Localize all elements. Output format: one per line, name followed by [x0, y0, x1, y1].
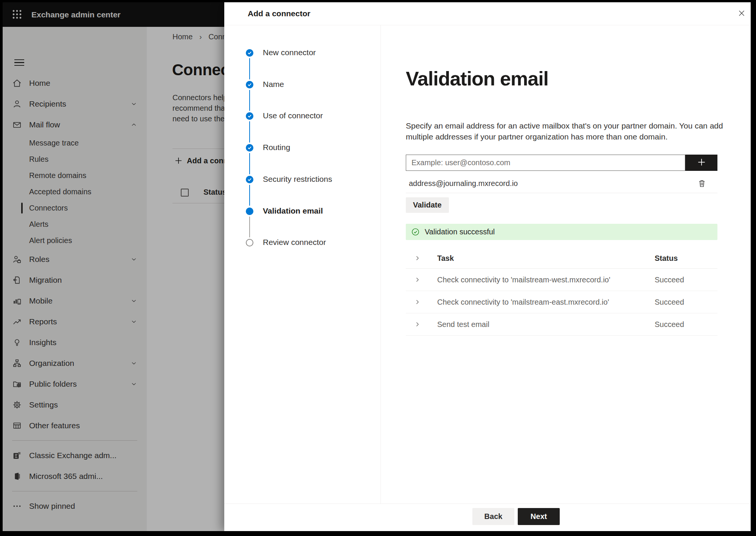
validation-email-panel: Validation email Specify an email addres…	[406, 2, 717, 503]
task-cell: Send test email	[437, 313, 489, 335]
table-header-row: TaskStatus	[406, 248, 717, 269]
check-icon	[246, 81, 253, 88]
next-button[interactable]: Next	[518, 508, 560, 525]
step-circle-done	[246, 176, 253, 183]
step-circle-upcoming	[246, 239, 253, 246]
add-email-button[interactable]	[685, 155, 717, 171]
check-icon	[246, 144, 253, 152]
status-cell: Succeed	[655, 269, 684, 291]
status-column-header: Status	[655, 248, 678, 268]
step-connector-line	[249, 121, 250, 143]
task-column-header: Task	[437, 248, 454, 268]
footer-divider	[224, 503, 751, 504]
step-connector-line	[249, 153, 250, 174]
status-cell: Succeed	[655, 313, 684, 335]
step-circle-current	[246, 208, 253, 215]
step-circle-done	[246, 144, 253, 152]
validation-results-table: TaskStatusCheck connectivity to 'mailstr…	[406, 248, 717, 336]
step-circle-done	[246, 81, 253, 88]
expand-row-chevron-icon[interactable]	[414, 276, 421, 283]
email-address-input[interactable]	[406, 155, 685, 171]
chevron-right-icon	[414, 276, 421, 283]
step-circle-done	[246, 112, 253, 120]
chevron-right-icon[interactable]	[414, 255, 421, 262]
plus-icon	[696, 157, 707, 167]
table-row: Send test emailSucceed	[406, 313, 717, 336]
panel-divider	[380, 25, 381, 503]
success-message: Validation successful	[425, 224, 495, 240]
table-row: Check connectivity to 'mailstream-west.m…	[406, 269, 717, 291]
success-check-icon	[411, 228, 420, 236]
check-icon	[246, 49, 253, 57]
step-circle-done	[246, 49, 253, 57]
table-row: Check connectivity to 'mailstream-east.m…	[406, 291, 717, 313]
step-connector-line	[249, 58, 250, 79]
check-icon	[246, 176, 253, 183]
wizard-steps: New connectorNameUse of connectorRouting…	[224, 25, 380, 503]
chevron-right-icon	[414, 255, 421, 262]
step-heading: Validation email	[406, 67, 548, 90]
step-label-name[interactable]: Name	[263, 80, 284, 89]
step-connector-line	[249, 217, 250, 238]
delete-address-trash-icon[interactable]	[695, 178, 706, 189]
divider	[406, 193, 717, 193]
chevron-right-icon	[414, 321, 421, 328]
check-icon	[246, 112, 253, 120]
chevron-right-icon	[414, 299, 421, 305]
step-label-review-connector[interactable]: Review connector	[263, 238, 326, 247]
step-description: Specify an email address for an active m…	[406, 120, 723, 142]
back-button[interactable]: Back	[472, 508, 514, 525]
description-line: multiple addresses if your partner organ…	[406, 131, 723, 142]
modal-scrim	[3, 2, 224, 531]
step-label-new-connector[interactable]: New connector	[263, 48, 316, 57]
step-label-validation-email[interactable]: Validation email	[263, 206, 323, 215]
close-icon[interactable]	[734, 6, 749, 21]
step-connector-line	[249, 185, 250, 206]
task-cell: Check connectivity to 'mailstream-west.m…	[437, 269, 610, 291]
status-cell: Succeed	[655, 291, 684, 313]
step-label-security-restrictions[interactable]: Security restrictions	[263, 175, 332, 184]
expand-row-chevron-icon[interactable]	[414, 321, 421, 328]
expand-row-chevron-icon[interactable]	[414, 299, 421, 305]
added-address: address@journaling.mxrecord.io	[409, 175, 518, 191]
validate-button[interactable]: Validate	[406, 197, 449, 213]
add-connector-dialog: Add a connector New connectorNameUse of …	[224, 2, 751, 531]
dialog-title: Add a connector	[248, 2, 310, 25]
validation-success-banner: Validation successful	[406, 224, 717, 240]
added-address-row: address@journaling.mxrecord.io	[406, 175, 717, 191]
screenshot: { "topbar": { "title": "Exchange admin c…	[0, 0, 756, 536]
description-line: Specify an email address for an active m…	[406, 120, 723, 131]
step-label-use-of-connector[interactable]: Use of connector	[263, 111, 323, 120]
task-cell: Check connectivity to 'mailstream-east.m…	[437, 291, 609, 313]
step-label-routing[interactable]: Routing	[263, 143, 290, 152]
app-window: Exchange admin center HomeRecipientsMail…	[3, 2, 751, 531]
step-connector-line	[249, 90, 250, 111]
